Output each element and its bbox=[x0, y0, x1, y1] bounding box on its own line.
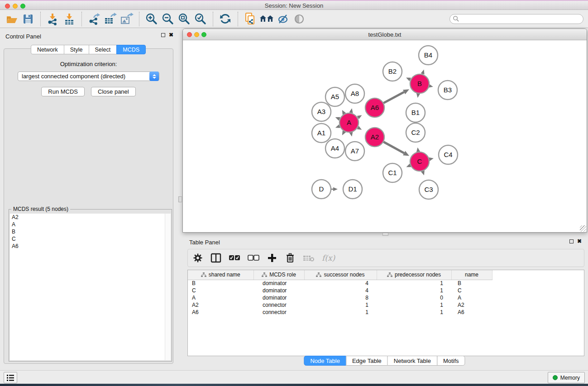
network-canvas[interactable]: B4B2BB3A5A8A6A3B1AC2A1A2A4A7C4CC1DD1C3 bbox=[183, 40, 587, 232]
table-cell[interactable]: 1 bbox=[377, 309, 451, 316]
result-item[interactable]: B bbox=[10, 228, 165, 235]
table-cell[interactable]: A6 bbox=[188, 309, 253, 316]
graph-node-B3[interactable]: B3 bbox=[438, 81, 457, 100]
close-panel-icon[interactable]: ✖ bbox=[169, 33, 173, 38]
export-image-button[interactable] bbox=[119, 11, 135, 27]
graph-node-C1[interactable]: C1 bbox=[383, 163, 402, 182]
tab-node-table[interactable]: Node Table bbox=[304, 356, 346, 366]
graph-node-A[interactable]: A bbox=[339, 113, 359, 132]
import-network-button[interactable] bbox=[45, 11, 61, 27]
hide-graphics-details-button[interactable] bbox=[275, 11, 291, 27]
close-panel-button[interactable]: Close panel bbox=[91, 87, 136, 96]
graph-node-A4[interactable]: A4 bbox=[325, 139, 344, 158]
select-all-button[interactable] bbox=[229, 251, 240, 265]
tab-mcds[interactable]: MCDS bbox=[116, 45, 146, 54]
home-views-button[interactable] bbox=[258, 11, 275, 27]
column-header-MCDS-role[interactable]: MCDS role bbox=[253, 270, 304, 280]
zoom-selected-button[interactable] bbox=[192, 11, 209, 27]
graph-node-C3[interactable]: C3 bbox=[419, 180, 438, 199]
export-network-button[interactable] bbox=[86, 11, 102, 27]
table-cell[interactable]: dominator bbox=[253, 287, 304, 294]
column-header-successor-nodes[interactable]: successor nodes bbox=[304, 270, 377, 280]
tab-edge-table[interactable]: Edge Table bbox=[346, 356, 388, 366]
graph-node-C4[interactable]: C4 bbox=[439, 145, 458, 164]
tab-select[interactable]: Select bbox=[89, 45, 117, 54]
open-file-button[interactable] bbox=[4, 11, 20, 27]
export-table-button[interactable] bbox=[102, 11, 119, 27]
result-item[interactable]: A bbox=[10, 221, 165, 228]
show-columns-button[interactable] bbox=[210, 251, 221, 265]
graph-node-A3[interactable]: A3 bbox=[312, 102, 331, 121]
table-cell[interactable]: 1 bbox=[377, 280, 451, 287]
clone-network-button[interactable] bbox=[242, 11, 258, 27]
apply-layout-button[interactable] bbox=[217, 11, 234, 27]
table-cell[interactable]: A bbox=[188, 294, 253, 301]
result-item[interactable]: A2 bbox=[10, 214, 165, 221]
optimization-select[interactable]: largest connected component (directed) bbox=[18, 71, 159, 81]
node-table[interactable]: shared nameMCDS rolesuccessor nodesprede… bbox=[187, 270, 584, 356]
deselect-all-button[interactable] bbox=[248, 251, 259, 265]
table-cell[interactable]: 1 bbox=[377, 301, 451, 309]
table-cell[interactable]: connector bbox=[253, 301, 304, 309]
float-table-panel-icon[interactable] bbox=[569, 239, 574, 243]
graph-node-A1[interactable]: A1 bbox=[312, 124, 331, 143]
graph-node-C2[interactable]: C2 bbox=[406, 123, 425, 142]
graph-node-D[interactable]: D bbox=[312, 180, 331, 199]
table-cell[interactable]: connector bbox=[253, 309, 304, 316]
graph-node-A8[interactable]: A8 bbox=[345, 84, 364, 103]
table-cell[interactable]: 0 bbox=[377, 294, 451, 301]
graph-node-B2[interactable]: B2 bbox=[383, 62, 402, 81]
memory-button[interactable]: Memory bbox=[548, 372, 585, 383]
result-item[interactable]: A6 bbox=[10, 243, 165, 250]
table-cell[interactable]: 1 bbox=[304, 309, 377, 316]
close-table-panel-icon[interactable]: ✖ bbox=[577, 239, 582, 244]
graph-node-A2[interactable]: A2 bbox=[365, 128, 384, 147]
graph-edge-A2-C[interactable] bbox=[383, 142, 404, 153]
save-session-button[interactable] bbox=[20, 11, 36, 27]
tab-motifs[interactable]: Motifs bbox=[437, 356, 465, 366]
graph-node-A7[interactable]: A7 bbox=[345, 142, 364, 161]
table-cell[interactable]: C bbox=[451, 287, 492, 294]
column-header-predecessor-nodes[interactable]: predecessor nodes bbox=[377, 270, 451, 280]
zoom-fit-button[interactable] bbox=[176, 11, 192, 27]
table-row[interactable]: A2connector11A2 bbox=[188, 301, 584, 309]
table-cell[interactable]: C bbox=[188, 287, 253, 294]
result-item[interactable]: C bbox=[10, 235, 165, 243]
tab-style[interactable]: Style bbox=[64, 45, 89, 54]
column-header-shared-name[interactable]: shared name bbox=[188, 270, 253, 280]
table-row[interactable]: Bdominator41B bbox=[188, 280, 584, 287]
table-cell[interactable]: dominator bbox=[253, 280, 304, 287]
import-table-button[interactable] bbox=[61, 11, 77, 27]
mcds-result-list[interactable]: A2ABCA6 bbox=[10, 214, 165, 360]
search-box[interactable] bbox=[449, 14, 583, 24]
run-mcds-button[interactable]: Run MCDS bbox=[41, 87, 85, 96]
table-cell[interactable]: 8 bbox=[304, 294, 377, 301]
table-row[interactable]: Adominator80A bbox=[188, 294, 584, 301]
graph-node-A6[interactable]: A6 bbox=[365, 98, 384, 117]
column-header-name[interactable]: name bbox=[451, 270, 492, 280]
graph-node-B[interactable]: B bbox=[410, 74, 429, 93]
table-cell[interactable]: A bbox=[451, 294, 492, 301]
float-panel-icon[interactable] bbox=[161, 33, 165, 37]
graph-node-B1[interactable]: B1 bbox=[406, 103, 425, 122]
search-input[interactable] bbox=[459, 15, 583, 23]
table-cell[interactable]: 4 bbox=[304, 287, 377, 294]
tab-network-table[interactable]: Network Table bbox=[387, 356, 437, 366]
table-row[interactable]: A6connector11A6 bbox=[188, 309, 584, 316]
graph-edge-A6-B[interactable] bbox=[383, 92, 404, 103]
graph-node-D1[interactable]: D1 bbox=[343, 180, 362, 199]
window-resize-grip[interactable] bbox=[580, 225, 586, 232]
zoom-in-button[interactable] bbox=[143, 11, 160, 27]
network-window-titlebar[interactable]: testGlobe.txt bbox=[183, 29, 587, 40]
task-history-button[interactable] bbox=[4, 372, 17, 383]
table-cell[interactable]: B bbox=[188, 280, 253, 287]
graph-node-C[interactable]: C bbox=[410, 152, 429, 171]
table-cell[interactable]: 1 bbox=[377, 287, 451, 294]
result-list-scrollbar[interactable] bbox=[165, 214, 171, 360]
zoom-out-button[interactable] bbox=[160, 11, 176, 27]
canvas-vertical-scroll-thumb[interactable] bbox=[178, 196, 182, 202]
table-cell[interactable]: B bbox=[451, 280, 492, 287]
table-cell[interactable]: 1 bbox=[304, 301, 377, 309]
table-cell[interactable]: A2 bbox=[451, 301, 492, 309]
add-column-button[interactable] bbox=[267, 251, 277, 265]
